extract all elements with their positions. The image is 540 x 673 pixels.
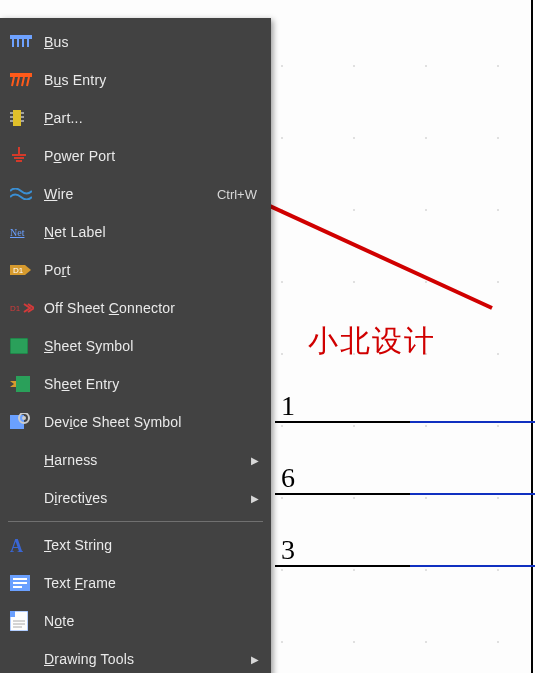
pin-wire [410,421,535,423]
bus-icon [10,35,44,49]
pin-number: 3 [281,534,295,566]
menu-item-bus[interactable]: Bus [0,23,271,61]
menu-separator [8,521,263,522]
menu-item-label: Drawing Tools [44,651,245,667]
svg-line-10 [27,77,29,86]
sheet-entry-icon [10,376,44,392]
menu-item-drawing-tools[interactable]: Drawing Tools▶ [0,640,271,673]
text-string-icon: A [10,536,44,554]
wire-icon [10,188,44,200]
menu-item-label: Sheet Entry [44,376,259,392]
place-context-menu: BusBus EntryPart...Power PortWireCtrl+WN… [0,18,271,673]
svg-text:D1: D1 [10,304,21,313]
menu-item-note[interactable]: Note [0,602,271,640]
text-frame-icon [10,575,44,591]
submenu-arrow-icon: ▶ [251,455,259,466]
svg-rect-1 [10,35,32,39]
menu-item-port[interactable]: D1Port [0,251,271,289]
menu-item-label: Harness [44,452,245,468]
menu-item-label: Directives [44,490,245,506]
menu-item-label: Bus [44,34,259,50]
pin-line [275,493,410,495]
menu-shortcut: Ctrl+W [217,187,257,202]
svg-line-7 [12,77,14,86]
menu-item-text-frame[interactable]: Text Frame [0,564,271,602]
svg-line-9 [22,77,24,86]
menu-item-off-sheet-connector[interactable]: D1Off Sheet Connector [0,289,271,327]
submenu-arrow-icon: ▶ [251,654,259,665]
svg-rect-27 [16,376,30,392]
svg-line-8 [17,77,19,86]
submenu-arrow-icon: ▶ [251,493,259,504]
part-icon [10,108,44,128]
menu-item-directives[interactable]: Directives▶ [0,479,271,517]
menu-item-device-sheet-symbol[interactable]: Device Sheet Symbol [0,403,271,441]
svg-point-30 [22,416,26,420]
menu-item-label: Wire [44,186,217,202]
port-icon: D1 [10,264,44,276]
pin-line [275,421,410,423]
pin-wire [410,493,535,495]
svg-text:Net: Net [10,227,25,238]
svg-text:A: A [10,536,23,554]
menu-item-text-string[interactable]: AText String [0,526,271,564]
pin-wire [410,565,535,567]
menu-item-label: Device Sheet Symbol [44,414,259,430]
menu-item-sheet-symbol[interactable]: Sheet Symbol [0,327,271,365]
menu-item-label: Text Frame [44,575,259,591]
menu-item-harness[interactable]: Harness▶ [0,441,271,479]
device-sheet-symbol-icon [10,413,44,431]
menu-item-part[interactable]: Part... [0,99,271,137]
menu-item-label: Power Port [44,148,259,164]
menu-item-net-label[interactable]: NetNet Label [0,213,271,251]
menu-item-label: Port [44,262,259,278]
menu-item-label: Text String [44,537,259,553]
menu-item-label: Net Label [44,224,259,240]
net-label-icon: Net [10,225,44,239]
menu-item-label: Sheet Symbol [44,338,259,354]
note-icon [10,611,44,631]
svg-rect-37 [10,611,15,617]
annotation-text: 小北设计 [308,321,436,362]
svg-rect-26 [10,338,28,354]
bus-entry-icon [10,73,44,87]
sheet-symbol-icon [10,338,44,354]
menu-item-label: Bus Entry [44,72,259,88]
menu-item-label: Part... [44,110,259,126]
pin-number: 1 [281,390,295,422]
svg-text:D1: D1 [13,266,24,275]
power-port-icon [10,147,44,165]
svg-rect-6 [10,73,32,77]
menu-item-label: Note [44,613,259,629]
off-sheet-connector-icon: D1 [10,302,44,314]
menu-item-sheet-entry[interactable]: Sheet Entry [0,365,271,403]
pin-number: 6 [281,462,295,494]
menu-item-wire[interactable]: WireCtrl+W [0,175,271,213]
menu-item-label: Off Sheet Connector [44,300,259,316]
menu-item-bus-entry[interactable]: Bus Entry [0,61,271,99]
pin-line [275,565,410,567]
menu-item-power-port[interactable]: Power Port [0,137,271,175]
svg-rect-11 [13,110,21,126]
